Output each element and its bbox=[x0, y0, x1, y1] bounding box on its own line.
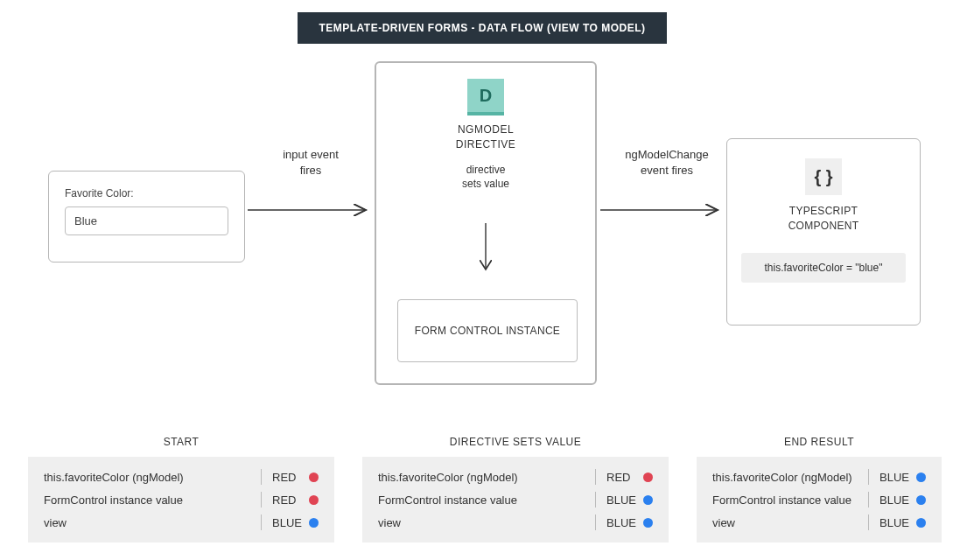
component-title: TYPESCRIPT COMPONENT bbox=[727, 204, 920, 234]
state-row-label: view bbox=[378, 516, 585, 529]
divider bbox=[595, 514, 596, 530]
color-dot-blue bbox=[916, 518, 926, 528]
divider bbox=[868, 514, 869, 530]
state-start-heading: START bbox=[28, 436, 334, 448]
flow-area: Favorite Color: Blue D NGMODEL DIRECTIVE… bbox=[0, 52, 967, 385]
state-end-table: this.favoriteColor (ngModel)BLUEFormCont… bbox=[697, 457, 942, 542]
state-row-label: FormControl instance value bbox=[44, 494, 250, 507]
state-row: this.favoriteColor (ngModel)BLUE bbox=[712, 466, 926, 488]
color-dot-red bbox=[309, 472, 319, 482]
state-row-value: BLUE bbox=[879, 494, 916, 507]
state-row-value: RED bbox=[606, 471, 643, 484]
state-row-label: this.favoriteColor (ngModel) bbox=[712, 471, 858, 484]
arrow1-line2: fires bbox=[300, 164, 322, 177]
state-start: START this.favoriteColor (ngModel)REDFor… bbox=[28, 436, 334, 542]
state-row-label: this.favoriteColor (ngModel) bbox=[378, 471, 585, 484]
state-row-value: RED bbox=[272, 471, 309, 484]
arrow2-line2: event fires bbox=[641, 164, 693, 177]
state-row-value: BLUE bbox=[879, 516, 916, 529]
component-title-line1: TYPESCRIPT bbox=[789, 205, 858, 217]
state-row-label: view bbox=[44, 516, 250, 529]
state-directive-heading: DIRECTIVE SETS VALUE bbox=[362, 436, 669, 448]
state-row-value: BLUE bbox=[606, 516, 643, 529]
state-start-table: this.favoriteColor (ngModel)REDFormContr… bbox=[28, 457, 334, 542]
arrow2-line1: ngModelChange bbox=[625, 148, 708, 161]
state-row: viewBLUE bbox=[378, 511, 653, 534]
state-row: viewBLUE bbox=[712, 511, 926, 534]
divider bbox=[868, 492, 869, 508]
component-title-line2: COMPONENT bbox=[788, 220, 859, 232]
arrow1-line1: input event bbox=[283, 148, 339, 161]
form-control-instance-box: FORM CONTROL INSTANCE bbox=[397, 299, 578, 362]
state-row: FormControl instance valueBLUE bbox=[712, 488, 926, 511]
directive-sets-value: directive sets value bbox=[376, 163, 595, 192]
input-label: Favorite Color: bbox=[65, 187, 228, 200]
color-dot-blue bbox=[309, 518, 319, 528]
state-row-label: FormControl instance value bbox=[378, 494, 585, 507]
divider bbox=[261, 514, 262, 530]
state-end: END RESULT this.favoriteColor (ngModel)B… bbox=[697, 436, 942, 542]
color-dot-blue bbox=[916, 495, 926, 505]
color-dot-red bbox=[643, 472, 653, 482]
divider bbox=[595, 469, 596, 485]
directive-icon: D bbox=[467, 79, 504, 116]
state-row: FormControl instance valueBLUE bbox=[378, 488, 653, 511]
favorite-color-input[interactable]: Blue bbox=[65, 206, 228, 235]
divider bbox=[261, 492, 262, 508]
color-dot-blue bbox=[643, 518, 653, 528]
state-row-value: RED bbox=[272, 494, 309, 507]
state-end-heading: END RESULT bbox=[697, 436, 942, 448]
state-row-value: BLUE bbox=[272, 516, 309, 529]
arrow-label-input-event: input event fires bbox=[271, 147, 350, 178]
diagram-title: TEMPLATE-DRIVEN FORMS - DATA FLOW (VIEW … bbox=[298, 12, 667, 44]
sets-value-line1: directive bbox=[466, 164, 506, 176]
directive-title-line1: NGMODEL bbox=[458, 123, 514, 136]
state-row-value: BLUE bbox=[606, 494, 643, 507]
state-directive: DIRECTIVE SETS VALUE this.favoriteColor … bbox=[362, 436, 669, 542]
component-assignment-code: this.favoriteColor = "blue" bbox=[741, 253, 906, 283]
arrow-label-ngmodelchange: ngModelChange event fires bbox=[614, 147, 719, 178]
view-card: Favorite Color: Blue bbox=[48, 171, 245, 262]
color-dot-blue bbox=[643, 495, 653, 505]
directive-title: NGMODEL DIRECTIVE bbox=[376, 122, 595, 152]
color-dot-red bbox=[309, 495, 319, 505]
directive-card: D NGMODEL DIRECTIVE directive sets value… bbox=[375, 61, 597, 385]
directive-title-line2: DIRECTIVE bbox=[456, 138, 516, 150]
state-row-label: this.favoriteColor (ngModel) bbox=[44, 471, 250, 484]
divider bbox=[261, 469, 262, 485]
braces-icon: { } bbox=[805, 158, 842, 195]
state-row: FormControl instance valueRED bbox=[44, 488, 319, 511]
state-directive-table: this.favoriteColor (ngModel)REDFormContr… bbox=[362, 457, 669, 542]
state-row-label: view bbox=[712, 516, 858, 529]
divider bbox=[595, 492, 596, 508]
sets-value-line2: sets value bbox=[462, 178, 509, 190]
divider bbox=[868, 469, 869, 485]
state-row: this.favoriteColor (ngModel)RED bbox=[378, 466, 653, 488]
state-row-value: BLUE bbox=[879, 471, 916, 484]
state-row-label: FormControl instance value bbox=[712, 494, 858, 507]
typescript-component-card: { } TYPESCRIPT COMPONENT this.favoriteCo… bbox=[726, 138, 921, 326]
state-row: this.favoriteColor (ngModel)RED bbox=[44, 466, 319, 488]
color-dot-blue bbox=[916, 472, 926, 482]
state-row: viewBLUE bbox=[44, 511, 319, 534]
